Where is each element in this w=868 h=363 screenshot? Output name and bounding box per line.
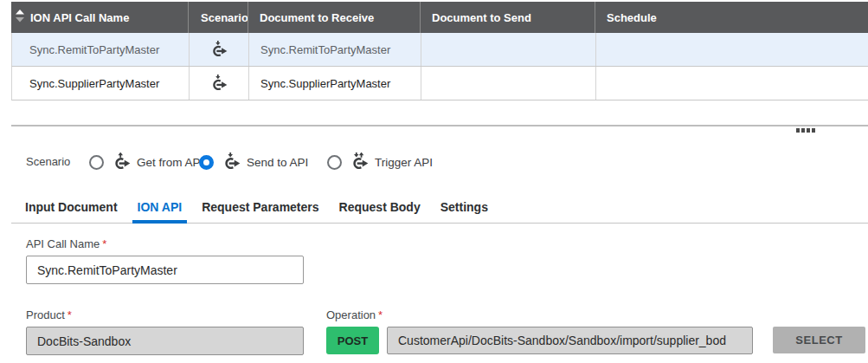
cell-document-to-send	[421, 33, 596, 66]
radio-label: Get from API	[137, 156, 203, 169]
cell-document-to-receive: Sync.RemitToPartyMaster	[249, 33, 421, 66]
radio-option-trigger-api[interactable]: Trigger API	[327, 152, 433, 172]
column-label: Scenario	[201, 11, 248, 24]
radio-label: Send to API	[247, 156, 308, 169]
required-asterisk: *	[378, 308, 383, 321]
product-label: Product*	[26, 308, 72, 321]
radio-button[interactable]	[327, 155, 342, 170]
cell-schedule	[596, 67, 868, 100]
api-calls-table: ION API Call Name Scenario Document to R…	[11, 2, 868, 100]
tab-request-parameters[interactable]: Request Parameters	[202, 191, 318, 223]
splitter-drag-handle[interactable]	[796, 128, 815, 133]
send-to-api-icon	[211, 75, 228, 93]
table-header-row: ION API Call Name Scenario Document to R…	[11, 2, 868, 33]
tab-ion-api[interactable]: ION API	[138, 191, 183, 223]
pane-divider	[11, 125, 868, 126]
column-header-schedule[interactable]: Schedule	[595, 2, 868, 33]
operation-label: Operation*	[326, 308, 383, 321]
api-call-name-input[interactable]	[26, 256, 304, 284]
get-from-api-icon	[113, 152, 131, 172]
cell-api-call-name: Sync.SupplierPartyMaster	[12, 67, 190, 100]
column-header-document-to-send[interactable]: Document to Send	[421, 2, 595, 33]
api-call-name-label: API Call Name*	[26, 237, 106, 250]
cell-api-call-name: Sync.RemitToPartyMaster	[12, 33, 190, 66]
column-label: Document to Send	[432, 11, 531, 24]
cell-document-to-receive: Sync.SupplierPartyMaster	[249, 67, 421, 100]
radio-button-selected[interactable]	[199, 155, 214, 170]
cell-scenario	[190, 67, 249, 100]
send-to-api-icon	[223, 152, 241, 172]
radio-option-get-from-api[interactable]: Get from API	[89, 152, 203, 172]
operation-endpoint-input	[387, 327, 753, 354]
select-operation-button[interactable]: SELECT	[773, 327, 865, 353]
sort-icon[interactable]	[16, 10, 24, 25]
cell-document-to-send	[421, 67, 596, 100]
http-method-badge: POST	[326, 327, 379, 354]
radio-button[interactable]	[89, 155, 104, 170]
column-label: ION API Call Name	[30, 11, 129, 24]
required-asterisk: *	[102, 237, 106, 250]
required-asterisk: *	[68, 308, 72, 321]
radio-option-send-to-api[interactable]: Send to API	[199, 152, 308, 172]
column-header-ion-api-call-name[interactable]: ION API Call Name	[11, 2, 189, 33]
table-row[interactable]: Sync.RemitToPartyMaster Sync.RemitToPart…	[11, 33, 868, 67]
send-to-api-icon	[211, 41, 228, 59]
tab-settings[interactable]: Settings	[440, 191, 488, 223]
ion-api-configuration-screen: ION API Call Name Scenario Document to R…	[0, 0, 868, 363]
cell-scenario	[190, 33, 249, 66]
detail-tabs: Input Document ION API Request Parameter…	[11, 191, 868, 224]
scenario-group-label: Scenario	[26, 155, 70, 168]
tab-input-document[interactable]: Input Document	[25, 191, 118, 223]
column-header-document-to-receive[interactable]: Document to Receive	[248, 2, 421, 33]
column-label: Schedule	[607, 11, 657, 24]
product-input	[26, 327, 304, 355]
cell-schedule	[596, 33, 868, 66]
column-header-scenario[interactable]: Scenario	[189, 2, 248, 33]
tab-request-body[interactable]: Request Body	[339, 191, 421, 223]
table-row[interactable]: Sync.SupplierPartyMaster Sync.SupplierPa…	[11, 67, 868, 100]
radio-label: Trigger API	[375, 156, 433, 169]
trigger-api-icon	[351, 152, 369, 172]
column-label: Document to Receive	[260, 11, 374, 24]
